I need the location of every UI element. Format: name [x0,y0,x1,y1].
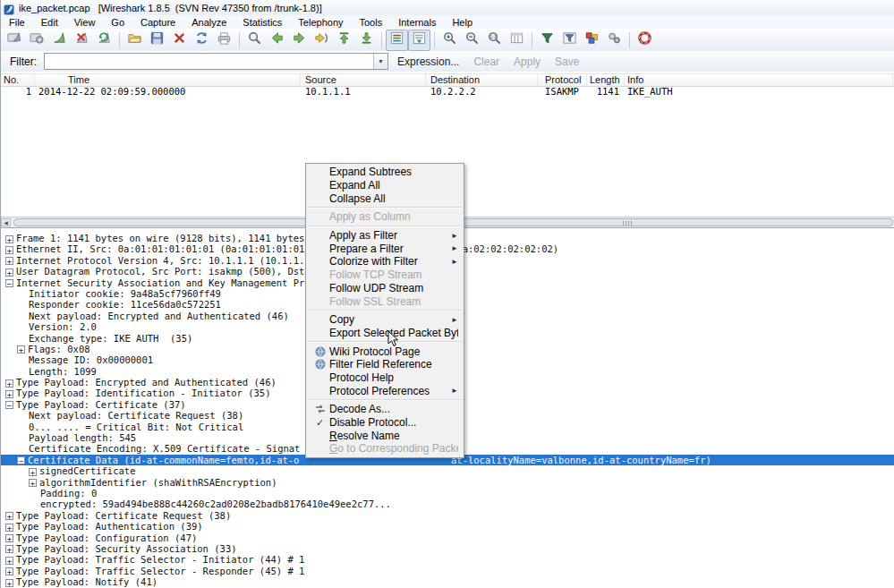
close-button[interactable] [168,30,191,51]
preferences-button[interactable] [603,30,626,51]
menu-analyze[interactable]: Analyze [183,17,234,28]
tree-line[interactable]: encrypted: 59ad494be888c44260c2ad0208e2b… [1,499,894,509]
filter-input[interactable] [45,54,373,69]
tree-line[interactable]: +Type Payload: Notify (41) [1,576,894,587]
expand-toggle-icon[interactable]: + [5,379,13,388]
expand-toggle-icon[interactable]: + [5,567,13,575]
menu-item-protocol-preferences[interactable]: Protocol Preferences► [306,384,464,397]
menu-item-expand-all[interactable]: Expand All [306,179,464,192]
expand-toggle-icon[interactable]: + [5,512,13,520]
menu-help[interactable]: Help [444,17,481,28]
submenu-arrow-icon: ► [451,387,460,395]
menu-edit[interactable]: Edit [33,17,66,28]
find-button[interactable] [243,30,266,51]
go-bottom-button[interactable] [355,30,378,51]
expand-toggle-icon[interactable]: + [29,479,37,487]
reload-button[interactable] [191,30,213,51]
menu-telephony[interactable]: Telephony [290,17,351,28]
menu-tools[interactable]: Tools [352,17,391,28]
column-header-time[interactable]: Time [35,74,301,86]
expand-toggle-icon[interactable]: + [5,557,13,565]
menu-item-copy[interactable]: Copy► [306,313,464,327]
tree-line[interactable]: +Type Payload: Configuration (47) [1,533,894,543]
resize-columns-button[interactable] [506,30,528,51]
tree-line[interactable]: +algorithmIdentifier (shaWithRSAEncrypti… [1,477,894,488]
column-header-length[interactable]: Length [587,74,625,86]
column-header-destination[interactable]: Destination [426,74,538,86]
collapse-toggle-icon[interactable]: − [5,279,13,287]
menu-item-collapse-all[interactable]: Collapse All [306,192,464,205]
zoom-in-button[interactable] [438,30,461,51]
menu-item-colorize-with-filter[interactable]: Colorize with Filter► [306,255,464,268]
menu-item-disable-protocol[interactable]: ✓Disable Protocol... [306,416,464,430]
column-header-no[interactable]: No. [1,74,35,86]
expand-toggle-icon[interactable]: + [5,534,13,542]
menu-statistics[interactable]: Statistics [234,17,290,28]
zoom-100-button[interactable]: 1:1 [483,30,506,51]
menu-item-wiki-protocol-page[interactable]: Wiki Protocol Page [306,345,464,358]
capture-filter-button[interactable] [536,30,558,51]
zoom-out-button[interactable] [461,30,483,51]
menu-file[interactable]: File [1,17,33,28]
interfaces-button[interactable] [4,30,26,51]
menu-item-filter-field-reference[interactable]: Filter Field Reference [306,358,464,371]
display-filter-button[interactable] [558,30,581,51]
menu-internals[interactable]: Internals [390,17,444,28]
menu-separator [308,341,462,343]
tree-line[interactable]: +signedCertificate [1,465,894,476]
capture-restart-button[interactable] [93,30,115,51]
tree-line[interactable]: +Type Payload: Certificate Request (38) [1,510,894,521]
go-top-button[interactable] [333,30,355,51]
menu-item-decode-as[interactable]: Decode As... [306,403,464,416]
tree-line[interactable]: +Type Payload: Authentication (39) [1,521,894,532]
expand-toggle-icon[interactable]: + [5,390,13,398]
capture-options-button[interactable] [26,30,48,51]
column-header-protocol[interactable]: Protocol [538,74,587,86]
expand-toggle-icon[interactable]: + [5,257,13,265]
menu-item-expand-subtrees[interactable]: Expand Subtrees [306,166,464,179]
packet-row[interactable]: 12014-12-22 02:09:59.00000010.1.1.110.2.… [1,86,894,98]
coloring-rules-icon [584,30,600,49]
tree-line[interactable]: +Type Payload: Traffic Selector - Respon… [1,566,894,576]
menu-item-apply-as-filter[interactable]: Apply as Filter► [306,229,464,243]
menu-item-protocol-help[interactable]: Protocol Help [306,371,464,385]
expand-toggle-icon[interactable]: + [5,545,13,553]
expand-toggle-icon[interactable]: + [17,345,25,354]
tree-line[interactable]: Padding: 0 [1,488,894,499]
expand-toggle-icon[interactable]: + [29,468,37,476]
menu-go[interactable]: Go [103,17,132,28]
coloring-rules-button[interactable] [581,30,603,51]
tree-line[interactable]: +Type Payload: Traffic Selector - Initia… [1,554,894,565]
tree-line[interactable]: +Type Payload: Security Association (33) [1,543,894,554]
capture-stop-button[interactable] [71,30,93,51]
collapse-toggle-icon[interactable]: − [5,401,13,409]
menu-item-prepare-a-filter[interactable]: Prepare a Filter► [306,242,464,255]
tree-line-text: Type Payload: Certificate (37) [16,399,186,410]
expression-button[interactable]: Expression... [397,55,459,68]
expand-toggle-icon[interactable]: + [5,268,13,277]
go-back-button[interactable] [266,30,288,51]
menu-item-follow-udp-stream[interactable]: Follow UDP Stream [306,282,464,295]
expand-toggle-icon[interactable]: + [5,235,13,243]
collapse-toggle-icon[interactable]: − [17,456,25,464]
menu-item-export-selected-packet-bytes[interactable]: Export Selected Packet Bytes... [306,327,464,340]
save-button[interactable] [146,30,168,51]
expand-toggle-icon[interactable]: + [5,524,13,532]
expand-toggle-icon[interactable]: + [5,579,13,587]
scrollbar-left-arrow[interactable]: ◀ [1,218,11,226]
filter-dropdown-button[interactable]: ▼ [373,54,387,69]
print-button[interactable] [213,30,235,51]
menu-item-resolve-name[interactable]: Resolve Name [306,429,464,442]
menu-capture[interactable]: Capture [132,17,183,28]
go-forward-button[interactable] [288,30,311,51]
column-header-source[interactable]: Source [301,74,426,86]
colorize-toggle-button[interactable] [386,30,408,51]
open-button[interactable] [123,30,146,51]
autoscroll-toggle-button[interactable] [408,30,430,51]
expand-toggle-icon[interactable]: + [5,246,13,254]
menu-view[interactable]: View [66,17,104,28]
column-header-info[interactable]: Info [625,74,893,86]
capture-start-button[interactable] [48,30,71,51]
go-to-packet-button[interactable] [311,30,333,51]
help-button[interactable] [634,30,656,51]
